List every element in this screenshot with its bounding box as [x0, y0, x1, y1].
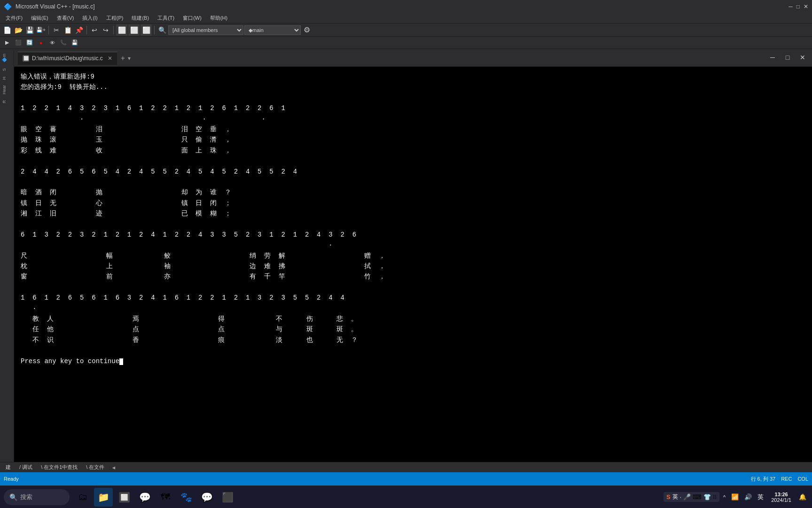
console-window: ⬜ D:\wlh\music\Debug\music.c ✕ + ▾ ─ □ ✕…	[14, 50, 812, 472]
console-tab-close[interactable]: ✕	[108, 55, 112, 62]
undo-btn[interactable]: ↩	[89, 25, 100, 35]
taskbar-icon-wechat[interactable]: 💬	[197, 488, 216, 507]
close-icon[interactable]: ✕	[804, 3, 808, 10]
members-dropdown[interactable]: [All global members	[168, 25, 243, 35]
tray-chevron[interactable]: ^	[721, 493, 727, 501]
ime-dot: ·	[680, 494, 681, 500]
debug-restart-btn[interactable]: 🔄	[24, 38, 35, 48]
bottom-tab-find2[interactable]: \ 在文件	[82, 463, 108, 472]
terminal-cursor	[119, 358, 123, 365]
console-tab-icon: ⬜	[23, 55, 29, 62]
ide-background: 🔷 Microsoft Visual C++ - [music.c] ─ □ ✕…	[0, 0, 812, 485]
save-all-btn[interactable]: 💾+	[36, 25, 46, 35]
menu-help[interactable]: 帮助(H)	[206, 14, 231, 23]
tab-dropdown-btn[interactable]: ▾	[128, 55, 131, 62]
copy-btn[interactable]: 📋	[62, 25, 73, 35]
toolbar-extra[interactable]: ⚙	[302, 25, 312, 35]
terminal[interactable]: 输入错误，请重新选择:9 您的选择为:9 转换开始... 1 2 2 1 4 3…	[14, 67, 812, 472]
menu-tools[interactable]: 工具(T)	[154, 14, 178, 23]
taskbar: 🔍 搜索 🗂 📁 🔲 💬 🗺 🐾 💬 ⬛ S 英 · 🎤 ⌨ 👕 ⁞⁞ ^ 📶 …	[0, 485, 812, 508]
debug-btn[interactable]: ⬜	[141, 24, 152, 36]
panel-item-3[interactable]: H	[1, 75, 8, 82]
bottom-tab-find1[interactable]: \ 在文件1中查找	[37, 463, 81, 472]
console-chrome: ⬜ D:\wlh\music\Debug\music.c ✕ + ▾ ─ □ ✕	[14, 50, 812, 67]
tray-ime-en[interactable]: 英	[756, 492, 765, 502]
clock[interactable]: 13:26 2024/1/1	[767, 492, 795, 503]
cut-btn[interactable]: ✂	[51, 25, 62, 35]
panel-item-2[interactable]: S	[1, 66, 8, 73]
sep2	[86, 26, 87, 34]
menu-project[interactable]: 工程(P)	[102, 14, 127, 23]
taskbar-icon-terminal[interactable]: ⬛	[218, 488, 237, 507]
statusbar-position: 行 6, 列 37	[751, 476, 776, 483]
sep4	[154, 26, 155, 34]
clock-time: 13:26	[775, 492, 788, 497]
bottom-tabs-left[interactable]: ◄	[109, 465, 118, 470]
vs-toolbar2: ▶ ⬛ 🔄 ● 👁 📞 💾	[0, 37, 812, 49]
new-tab-btn[interactable]: +	[121, 54, 125, 63]
minimize-icon[interactable]: ─	[789, 3, 793, 10]
vs-title: Microsoft Visual C++ - [music.c]	[16, 3, 95, 10]
statusbar-rec: REC	[781, 476, 792, 482]
maximize-icon[interactable]: □	[796, 3, 800, 10]
menu-build[interactable]: 组建(B)	[128, 14, 153, 23]
console-close-btn[interactable]: ✕	[797, 52, 808, 63]
taskbar-icon-files[interactable]: 🗂	[73, 488, 92, 507]
open-file-btn[interactable]: 📂	[13, 25, 23, 35]
sogou-ime-group[interactable]: S 英 · 🎤 ⌨ 👕 ⁞⁞	[664, 492, 719, 502]
vs-left-panel: 🔷m S H Hear R	[0, 50, 14, 472]
console-maximize-btn[interactable]: □	[782, 52, 793, 63]
bottom-tab-build[interactable]: 建	[2, 463, 15, 472]
console-tab[interactable]: ⬜ D:\wlh\music\Debug\music.c ✕	[18, 52, 117, 65]
ime-lang: 英	[672, 493, 678, 501]
panel-item-hear: Hear	[1, 83, 8, 96]
bottom-tab-debug[interactable]: / 调试	[16, 463, 36, 472]
debug-watch-btn[interactable]: 👁	[47, 38, 57, 48]
save-btn[interactable]: 💾	[24, 25, 35, 35]
menu-window[interactable]: 窗口(W)	[179, 14, 205, 23]
console-controls: ─ □ ✕	[767, 52, 808, 63]
ime-kbd: ⌨	[693, 493, 702, 500]
panel-item-res[interactable]: R	[1, 98, 8, 105]
vs-statusbar: Ready 行 6, 列 37 REC COL	[0, 472, 812, 485]
compile-btn[interactable]: ⬜	[116, 24, 127, 36]
statusbar-ready: Ready	[4, 476, 19, 482]
taskbar-icon-pet[interactable]: 🐾	[177, 488, 195, 507]
ime-extra2: ⁞⁞	[713, 493, 717, 500]
find-btn[interactable]: 🔍	[157, 25, 167, 35]
taskbar-icon-chat[interactable]: 💬	[135, 488, 154, 507]
tray-network[interactable]: 📶	[729, 492, 741, 501]
taskbar-search[interactable]: 🔍 搜索	[4, 489, 70, 505]
debug-breakpoint-btn[interactable]: ●	[36, 38, 46, 48]
tray-sound[interactable]: 🔊	[742, 492, 754, 501]
search-label: 搜索	[20, 493, 32, 501]
redo-btn[interactable]: ↪	[101, 25, 111, 35]
statusbar-right: 行 6, 列 37 REC COL	[751, 476, 808, 483]
debug-call-btn[interactable]: 📞	[58, 38, 69, 48]
menu-edit[interactable]: 编辑(E)	[27, 14, 52, 23]
paste-btn[interactable]: 📌	[74, 25, 84, 35]
tray-notification[interactable]: 🔔	[797, 492, 808, 501]
debug-mem-btn[interactable]: 💾	[70, 38, 80, 48]
debug-start-btn[interactable]: ▶	[2, 38, 12, 48]
debug-stop-btn[interactable]: ⬛	[13, 38, 23, 48]
taskbar-icon-store[interactable]: 🔲	[115, 488, 133, 507]
menu-insert[interactable]: 插入(I)	[78, 14, 101, 23]
menu-view[interactable]: 查看(V)	[53, 14, 78, 23]
new-file-btn[interactable]: 📄	[2, 25, 12, 35]
vs-menubar: 文件(F) 编辑(E) 查看(V) 插入(I) 工程(P) 组建(B) 工具(T…	[0, 13, 812, 24]
clock-date: 2024/1/1	[771, 497, 791, 503]
taskbar-icon-explorer[interactable]: 📁	[94, 488, 113, 507]
sep3	[113, 26, 114, 34]
taskbar-icons: 🗂 📁 🔲 💬 🗺 🐾 💬 ⬛	[73, 488, 237, 507]
ime-extra1: 👕	[703, 493, 711, 500]
menu-file[interactable]: 文件(F)	[2, 14, 26, 23]
vs-titlebar: 🔷 Microsoft Visual C++ - [music.c] ─ □ ✕	[0, 0, 812, 13]
function-dropdown[interactable]: ◆main	[244, 25, 301, 35]
sep1	[48, 26, 49, 34]
console-minimize-btn[interactable]: ─	[767, 52, 778, 63]
panel-item-1[interactable]: 🔷m	[1, 52, 8, 64]
statusbar-col: COL	[797, 476, 808, 482]
run-btn[interactable]: ⬜	[128, 24, 140, 36]
taskbar-icon-maps[interactable]: 🗺	[156, 488, 175, 507]
